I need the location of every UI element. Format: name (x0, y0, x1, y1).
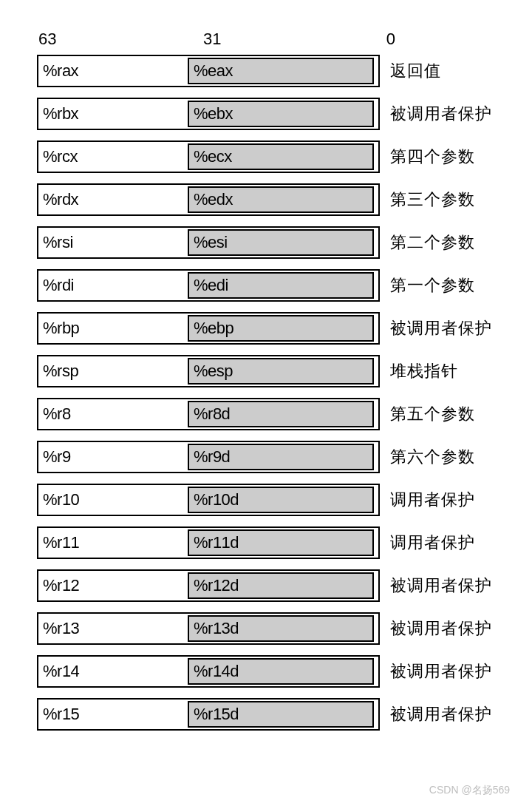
register-box-32: %ebx (188, 101, 374, 127)
register-box-32: %eax (188, 58, 374, 84)
register-box-64: %r11%r11d (37, 526, 380, 559)
register-description: 第三个参数 (380, 189, 475, 211)
register-name-64: %rbx (38, 104, 188, 123)
register-box-64: %r8%r8d (37, 398, 380, 430)
register-box-32: %r11d (188, 529, 374, 556)
register-description: 被调用者保护 (380, 660, 492, 683)
register-name-32: %r15d (194, 705, 239, 724)
register-name-64: %r10 (38, 490, 188, 509)
register-box-64: %r14%r14d (37, 655, 380, 688)
register-box-64: %r15%r15d (37, 698, 380, 731)
register-name-64: %r13 (38, 619, 188, 638)
register-description: 被调用者保护 (380, 103, 492, 125)
register-box-32: %r15d (188, 701, 374, 728)
register-box-32: %ecx (188, 143, 374, 170)
register-box-32: %r13d (188, 615, 374, 642)
register-box-32: %esp (188, 358, 374, 385)
register-box-64: %rsi%esi (37, 226, 380, 259)
register-box-32: %ebp (188, 315, 374, 342)
register-name-64: %r15 (38, 705, 188, 724)
register-row: %rdx%edx第三个参数 (37, 183, 495, 216)
register-row: %r12%r12d被调用者保护 (37, 569, 495, 602)
register-name-64: %r11 (38, 533, 188, 552)
register-box-32: %r12d (188, 572, 374, 599)
register-box-32: %r9d (188, 444, 374, 470)
register-box-64: %rsp%esp (37, 355, 380, 387)
register-name-32: %r10d (194, 490, 239, 509)
bit-label-31: 31 (203, 30, 373, 49)
register-name-32: %r9d (194, 447, 230, 467)
register-description: 被调用者保护 (380, 575, 492, 597)
register-name-32: %r14d (194, 662, 239, 681)
register-row: %r10%r10d调用者保护 (37, 484, 495, 516)
register-row: %rcx%ecx第四个参数 (37, 140, 495, 173)
register-name-32: %r12d (194, 576, 239, 595)
register-description: 调用者保护 (380, 532, 475, 554)
register-description: 返回值 (380, 60, 441, 82)
register-name-32: %ecx (194, 147, 232, 166)
register-box-32: %edx (188, 186, 374, 213)
register-row: %rdi%edi第一个参数 (37, 269, 495, 302)
register-box-32: %r10d (188, 487, 374, 513)
register-row: %r15%r15d被调用者保护 (37, 698, 495, 731)
register-name-32: %esp (194, 362, 233, 381)
register-name-64: %rax (38, 61, 188, 81)
register-name-64: %rdi (38, 276, 188, 295)
register-box-32: %r14d (188, 658, 374, 685)
register-name-32: %edx (194, 190, 233, 209)
register-description: 堆栈指针 (380, 360, 458, 382)
register-box-64: %rbp%ebp (37, 312, 380, 345)
register-name-64: %rsi (38, 233, 188, 252)
register-box-64: %r13%r13d (37, 612, 380, 645)
register-box-64: %r12%r12d (37, 569, 380, 602)
bit-label-63: 63 (37, 30, 203, 49)
register-name-64: %rcx (38, 147, 188, 166)
register-name-32: %esi (194, 233, 228, 252)
register-table: %rax%eax返回值%rbx%ebx被调用者保护%rcx%ecx第四个参数%r… (37, 55, 495, 731)
register-row: %r14%r14d被调用者保护 (37, 655, 495, 688)
register-description: 第二个参数 (380, 231, 475, 254)
register-row: %rsp%esp堆栈指针 (37, 355, 495, 387)
register-description: 被调用者保护 (380, 703, 492, 725)
register-name-32: %edi (194, 276, 228, 295)
register-name-32: %r8d (194, 404, 230, 424)
register-row: %rbp%ebp被调用者保护 (37, 312, 495, 345)
register-description: 调用者保护 (380, 489, 475, 511)
register-box-64: %rax%eax (37, 55, 380, 87)
register-box-64: %r10%r10d (37, 484, 380, 516)
register-description: 第四个参数 (380, 146, 475, 168)
bit-position-header: 63 31 0 (37, 30, 495, 49)
register-name-64: %rsp (38, 362, 188, 381)
register-row: %r11%r11d调用者保护 (37, 526, 495, 559)
bit-label-0: 0 (373, 30, 395, 49)
register-box-64: %r9%r9d (37, 441, 380, 473)
register-name-32: %ebp (194, 319, 233, 338)
register-box-64: %rcx%ecx (37, 140, 380, 173)
register-row: %rax%eax返回值 (37, 55, 495, 87)
register-description: 第一个参数 (380, 274, 475, 297)
register-box-32: %r8d (188, 401, 374, 427)
register-row: %r8%r8d第五个参数 (37, 398, 495, 430)
register-name-32: %r11d (194, 533, 239, 552)
register-row: %rsi%esi第二个参数 (37, 226, 495, 259)
register-description: 第五个参数 (380, 403, 475, 425)
register-box-64: %rdx%edx (37, 183, 380, 216)
register-name-64: %r14 (38, 662, 188, 681)
register-box-32: %esi (188, 229, 374, 256)
register-box-64: %rdi%edi (37, 269, 380, 302)
register-description: 被调用者保护 (380, 617, 492, 640)
register-box-32: %edi (188, 272, 374, 299)
register-row: %rbx%ebx被调用者保护 (37, 98, 495, 130)
register-name-64: %r12 (38, 576, 188, 595)
register-name-64: %r8 (38, 404, 188, 424)
register-name-32: %eax (194, 61, 233, 81)
register-description: 被调用者保护 (380, 317, 492, 339)
register-box-64: %rbx%ebx (37, 98, 380, 130)
register-name-32: %r13d (194, 619, 239, 638)
register-description: 第六个参数 (380, 446, 475, 468)
register-name-64: %rdx (38, 190, 188, 209)
register-name-32: %ebx (194, 104, 233, 123)
register-name-64: %r9 (38, 447, 188, 467)
register-row: %r9%r9d第六个参数 (37, 441, 495, 473)
register-row: %r13%r13d被调用者保护 (37, 612, 495, 645)
